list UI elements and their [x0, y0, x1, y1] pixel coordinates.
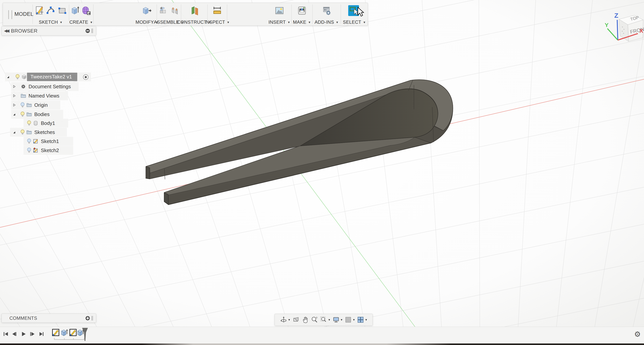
tree-row-sketch1[interactable]: Sketch1: [0, 137, 100, 146]
make-tool-button[interactable]: [296, 5, 307, 16]
modify-tool-button[interactable]: [141, 5, 152, 16]
fusion360-window: MODEL ▼ SKETCH▼CREATE▼MODIFY▼ASSEMBLE▼CO…: [0, 0, 644, 345]
viewports-tool[interactable]: ▼: [356, 315, 368, 324]
pan-tool[interactable]: [301, 315, 310, 324]
toolbar-grip[interactable]: [8, 10, 12, 19]
grid-settings-tool[interactable]: ▼: [344, 315, 356, 324]
tree-row-sketch2[interactable]: Sketch2: [0, 146, 100, 155]
viewcube-y-label: Y: [605, 22, 608, 28]
viewport-3d[interactable]: [0, 0, 644, 345]
add-ins-tool-button[interactable]: >-: [321, 5, 332, 16]
visibility-bulb-off-icon[interactable]: [26, 138, 32, 144]
select-tool-button[interactable]: [348, 5, 359, 16]
create-tool-button[interactable]: [70, 5, 80, 16]
create-tool-button[interactable]: [80, 5, 91, 16]
tree-row-document-settings[interactable]: Document Settings: [0, 82, 100, 91]
collapsed-arrow-icon[interactable]: [13, 85, 16, 88]
comments-panel-header[interactable]: COMMENTS: [2, 314, 96, 323]
timeline-feature-sketch-1[interactable]: [52, 328, 60, 336]
sketch-icon: [32, 138, 39, 144]
toolbar-group-create[interactable]: CREATE▼: [69, 20, 93, 25]
assemble-tool-button[interactable]: [170, 5, 180, 16]
measure-icon: [212, 6, 222, 16]
view-cube[interactable]: TOP FRONT Z Y X: [603, 8, 644, 54]
browser-title: BROWSER: [11, 28, 38, 34]
panel-resize-grip[interactable]: [92, 316, 93, 320]
expanded-arrow-icon[interactable]: [13, 131, 16, 134]
zoom-tool[interactable]: ±: [310, 315, 319, 324]
create-sketch-icon: [35, 6, 45, 16]
panel-resize-grip[interactable]: [92, 28, 93, 33]
inspect-tool-button[interactable]: [212, 5, 222, 16]
timeline-feature-sketch-3[interactable]: [69, 328, 77, 336]
minimize-panel-icon[interactable]: [85, 28, 90, 33]
main-toolbar: MODEL ▼ SKETCH▼CREATE▼MODIFY▼ASSEMBLE▼CO…: [3, 3, 368, 26]
orbit-tool: [280, 316, 288, 324]
folder-icon: [20, 92, 26, 99]
expanded-arrow-icon[interactable]: [13, 113, 16, 116]
tree-row-origin[interactable]: Origin: [0, 100, 100, 110]
toolbar-separator: [227, 4, 227, 24]
toolbar-group-inspect[interactable]: INSPECT▼: [205, 20, 230, 25]
tree-label: TweezersTake2 v1: [27, 73, 77, 81]
toolbar-group-select[interactable]: SELECT▼: [343, 20, 366, 25]
assemble-tool-button[interactable]: [158, 5, 169, 16]
timeline-go-to-end-button[interactable]: [38, 331, 44, 337]
toolbar-group-add-ins[interactable]: ADD-INS▼: [315, 20, 339, 25]
addins-icon: >-: [322, 6, 332, 16]
tree-row-sketches[interactable]: Sketches: [0, 128, 100, 137]
visibility-bulb-off-icon[interactable]: [19, 102, 26, 108]
toolbar-group-insert[interactable]: INSERT▼: [268, 20, 290, 25]
timeline-step-forward-button[interactable]: [29, 331, 35, 337]
construct-tool-button[interactable]: [190, 5, 200, 16]
chevron-down-icon: ▼: [288, 20, 290, 24]
tree-label: Sketches: [34, 129, 55, 135]
visibility-bulb-on-icon[interactable]: [19, 111, 26, 118]
collapsed-arrow-icon[interactable]: [13, 104, 16, 106]
grid-settings-tool: [344, 316, 352, 324]
chevron-down-icon: ▼: [365, 318, 368, 321]
timeline-go-to-start-button[interactable]: [3, 331, 9, 337]
insert-tool-button[interactable]: [274, 5, 285, 16]
orbit-tool[interactable]: ▼: [280, 315, 291, 324]
folder-icon: [26, 129, 32, 136]
add-comment-icon[interactable]: [85, 316, 90, 320]
visibility-bulb-on-icon[interactable]: [26, 120, 32, 126]
chevron-down-icon: ▼: [336, 20, 338, 24]
pan-tool: [302, 316, 309, 324]
browser-panel-header[interactable]: ◀◀ BROWSER: [2, 26, 96, 36]
sketch-tool-button[interactable]: [57, 5, 68, 16]
sketch-tool-button[interactable]: [46, 5, 56, 16]
timeline-play-button[interactable]: [20, 331, 26, 337]
view-navigation-bar: ▼±▼▼▼▼: [274, 314, 373, 326]
zoom-window-tool[interactable]: ▼: [320, 315, 331, 324]
tree-row-bodies[interactable]: Bodies: [0, 110, 100, 119]
visibility-bulb-off-icon[interactable]: [26, 147, 32, 154]
visibility-bulb-on-icon[interactable]: [19, 129, 26, 136]
look-at-tool[interactable]: [292, 315, 300, 324]
tree-row-body1[interactable]: Body1: [0, 119, 100, 128]
timeline-step-back-button[interactable]: [12, 331, 17, 337]
spline-icon: [46, 6, 56, 16]
new-component-icon: [158, 6, 168, 16]
comments-title: COMMENTS: [10, 316, 37, 321]
display-settings-tool[interactable]: ▼: [332, 315, 344, 324]
preferences-gear-icon[interactable]: ⚙: [633, 330, 642, 338]
tree-row-tweezerstake2-v1[interactable]: TweezersTake2 v1: [0, 72, 100, 81]
look-at-tool: [292, 316, 300, 324]
sketch-tool-button[interactable]: [34, 5, 45, 16]
display-settings-tool: [332, 316, 340, 324]
toolbar-group-make[interactable]: MAKE▼: [293, 20, 311, 25]
toolbar-group-sketch[interactable]: SKETCH▼: [39, 20, 62, 25]
expanded-arrow-icon[interactable]: [6, 76, 10, 79]
viewcube-z-axis: [617, 20, 618, 40]
radio-activate-icon[interactable]: [82, 74, 89, 80]
visibility-bulb-on-icon[interactable]: [14, 74, 21, 80]
tree-row-named-views[interactable]: Named Views: [0, 91, 100, 100]
collapsed-arrow-icon[interactable]: [13, 94, 16, 97]
print-icon: [297, 6, 307, 16]
svg-text:±: ±: [316, 316, 318, 319]
folder-icon: [26, 102, 32, 108]
timeline-feature-extrude-2[interactable]: [60, 328, 68, 336]
collapse-browser-icon[interactable]: ◀◀: [4, 28, 8, 33]
